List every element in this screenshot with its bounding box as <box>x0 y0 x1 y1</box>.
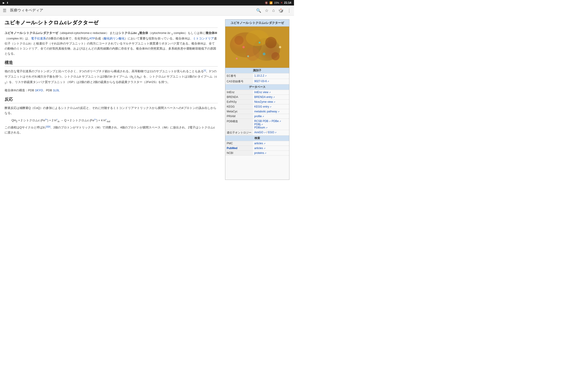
pmc-value: articles <box>253 141 289 146</box>
metacyc-value: metabolic pathway <box>253 109 289 114</box>
menu-button[interactable]: ☰ <box>3 8 6 13</box>
pdb-value: RCSB PDB PDBe PDBj PDBsum <box>253 119 289 130</box>
gene-ontology-label: 遺伝子オントロジー <box>225 130 253 135</box>
protein-structure-image <box>225 27 289 68</box>
section-heading-structure: 構造 <box>5 60 218 67</box>
section-reaction-qcycle: この過程はQサイクルと呼ばれ[2][3]、2個のプロトンがマトリックス（M）で消… <box>5 125 218 135</box>
link-1kyo[interactable]: 1KYO <box>35 89 43 92</box>
svg-point-3 <box>246 30 268 46</box>
pdb-label: PDB構造 <box>225 119 253 130</box>
svg-point-12 <box>279 46 281 48</box>
ref-3[interactable]: [3] <box>48 125 50 128</box>
main-content: ユビキノール-シトクロムcレダクターゼ ユビキノール-シトクロムcレダクターゼ（… <box>0 16 294 184</box>
pubmed-link[interactable]: articles <box>254 147 266 150</box>
infobox: ユビキノール-シトクロムcレダクターゼ <box>225 19 289 180</box>
metacyc-link[interactable]: metabolic pathway <box>254 110 279 113</box>
pubmed-value: articles <box>253 146 289 151</box>
databases-header: データベース <box>225 84 289 90</box>
bookmark-button[interactable]: ☆ <box>265 8 268 13</box>
play-icon: ▶ <box>3 1 5 4</box>
gene-ontology-value: AmiGO / EGO <box>253 130 289 135</box>
chemical-formula: QH2 + 2 シトクロムc (Fe3+) + 2 H+in → Q + 2 シ… <box>11 118 218 123</box>
article-intro: ユビキノール-シトクロムcレダクターゼ（ubiquinol-cytochrome… <box>5 31 218 56</box>
ncbi-value: proteins <box>253 151 289 156</box>
home-button[interactable]: ⌂ <box>272 8 275 13</box>
identifiers-header: 識別子 <box>225 68 289 73</box>
svg-point-11 <box>247 55 249 57</box>
pdbj-link[interactable]: PDBj <box>254 123 263 126</box>
pmc-link[interactable]: articles <box>254 142 266 145</box>
cas-value: 9027-03-6 <box>253 79 289 84</box>
link-oxidative[interactable]: 酸化的リン酸化 <box>104 37 125 40</box>
ref-2[interactable]: [2] <box>46 125 48 128</box>
article-title: ユビキノール-シトクロムcレダクターゼ <box>5 19 218 28</box>
status-bar-left: ▶ ⬇ <box>3 1 9 4</box>
rcsb-link[interactable]: RCSB PDB <box>254 119 271 123</box>
kegg-label: KEGG <box>225 104 253 109</box>
search-header: 検索 <box>225 135 289 141</box>
link-electron-transport[interactable]: 電子伝達系 <box>31 37 46 40</box>
pubmed-label: PubMed <box>225 146 253 151</box>
search-button[interactable]: 🔍 <box>256 8 261 13</box>
intenz-link[interactable]: IntEnz view <box>254 91 271 94</box>
section-structure-text: 他の主な電子伝達系のプロトンポンプと比べて小さく、3つのポリペプチド鎖から構成さ… <box>5 69 218 85</box>
ec-link[interactable]: 1.10.2.2 <box>254 74 267 77</box>
link-1l0l[interactable]: 1L0L <box>53 89 60 92</box>
ego-link[interactable]: EGO <box>268 131 277 134</box>
priam-value: profile <box>253 114 289 119</box>
section-reaction-text: 酵素反応は補酵素Q（CoQ）の参加によるシトクロムcの反応と、それに付随するミト… <box>5 106 218 116</box>
svg-point-9 <box>259 42 260 44</box>
svg-point-6 <box>246 47 259 61</box>
kegg-link[interactable]: KEGG entry <box>254 105 271 108</box>
battery-level: 15% <box>274 1 279 4</box>
brenda-value: BRENDA entry <box>253 95 289 100</box>
wifi-icon: 📶 <box>269 1 273 4</box>
ec-value: 1.10.2.2 <box>253 73 289 79</box>
ec-label: EC番号 <box>225 73 253 79</box>
priam-link[interactable]: profile <box>254 115 264 118</box>
ncbi-label: NCBI <box>225 151 253 156</box>
svg-point-8 <box>242 46 245 48</box>
nav-icons: 🔍 ☆ ⌂ 🎲 ⋮ <box>256 8 291 13</box>
brenda-label: BRENDA <box>225 95 253 100</box>
cas-label: CAS登録番号 <box>225 79 253 84</box>
download-icon: ⬇ <box>6 1 9 4</box>
kegg-value: KEGG entry <box>253 104 289 109</box>
ref-1[interactable]: [1] <box>204 69 206 72</box>
expasy-label: ExPASy <box>225 100 253 104</box>
status-bar: ▶ ⬇ 🔇 📶 15% ✕ 21:14 <box>0 0 294 6</box>
priam-label: PRIAM <box>225 114 253 119</box>
ncbi-link[interactable]: proteins <box>254 151 267 155</box>
infobox-table: 識別子 EC番号 1.10.2.2 CAS登録番号 9027-03-6 データベ… <box>225 68 289 156</box>
cas-link[interactable]: 9027-03-6 <box>254 80 269 83</box>
article: ユビキノール-シトクロムcレダクターゼ ユビキノール-シトクロムcレダクターゼ（… <box>5 19 218 180</box>
amigo-link[interactable]: AmiGO <box>254 131 266 134</box>
expasy-value: NiceZyme view <box>253 100 289 104</box>
intenz-label: IntEnz <box>225 90 253 95</box>
link-mitochondria[interactable]: ミトコンドリア <box>193 37 214 40</box>
svg-point-13 <box>236 58 238 59</box>
app-title: 医療ウィキペディア <box>8 8 254 13</box>
svg-point-4 <box>234 36 244 45</box>
link-atp[interactable]: ATP <box>89 37 95 40</box>
pmc-label: PMC <box>225 141 253 146</box>
battery-alert-icon: ✕ <box>280 1 283 4</box>
more-button[interactable]: ⋮ <box>287 8 291 13</box>
brenda-link[interactable]: BRENDA entry <box>254 95 275 99</box>
expasy-link[interactable]: NiceZyme view <box>254 100 275 103</box>
pdbsum-link[interactable]: PDBsum <box>254 126 268 129</box>
section-heading-reaction: 反応 <box>5 97 218 103</box>
svg-point-10 <box>263 52 266 55</box>
infobox-image <box>225 27 289 68</box>
intenz-value: IntEnz view <box>253 90 289 95</box>
metacyc-label: MetaCyc <box>225 109 253 114</box>
random-button[interactable]: 🎲 <box>278 8 284 13</box>
infobox-title: ユビキノール-シトクロムcレダクターゼ <box>225 19 289 27</box>
svg-point-7 <box>271 52 280 60</box>
pdbe-link[interactable]: PDBe <box>271 119 281 123</box>
section-structure-pdb: 複合体IIIの構造：PDB 1KYO、PDB 1L0L <box>5 88 218 93</box>
time-display: 21:14 <box>284 1 291 4</box>
svg-point-5 <box>265 37 277 48</box>
status-bar-right: 🔇 📶 15% ✕ 21:14 <box>265 1 291 4</box>
protein-svg <box>225 27 289 68</box>
